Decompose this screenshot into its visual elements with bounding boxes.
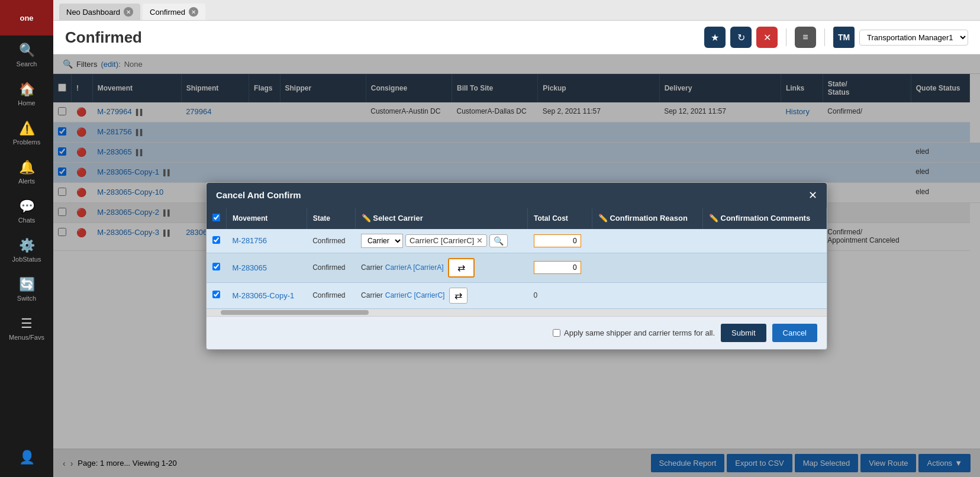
modal-row2-comments <box>702 253 826 282</box>
modal-col-comments: ✏️ Confirmation Comments <box>702 208 826 229</box>
total-cost-input-1[interactable] <box>534 234 581 247</box>
modal-row3-comments <box>702 282 826 308</box>
carrier-group-2: Carrier CarrierA [CarrierA] ⇄ <box>361 258 521 278</box>
scrollbar-thumb[interactable] <box>221 310 369 315</box>
user-avatar: TM <box>833 27 855 48</box>
modal-overlay: Cancel And Confirm ✕ Movement State <box>53 54 980 477</box>
close-button[interactable]: ✕ <box>756 27 778 48</box>
modal-row1-reason <box>592 229 702 253</box>
apply-same-text: Apply same shipper and carrier terms for… <box>564 328 715 337</box>
sidebar-label-home: Home <box>18 99 35 107</box>
sidebar-label-search: Search <box>17 60 37 67</box>
carrier-group-3: Carrier CarrierC [CarrierC] ⇄ <box>361 288 521 304</box>
carrier-text-2: Carrier <box>361 263 383 272</box>
modal-row2-checkbox[interactable] <box>207 253 227 282</box>
modal-row3-cost: 0 <box>528 282 592 308</box>
header-actions: ★ ↻ ✕ ≡ TM Transportation Manager1 <box>704 27 968 48</box>
bell-icon: 🔔 <box>19 160 35 175</box>
carrier-tag-label-1: CarrierC [CarrierC] <box>410 236 474 245</box>
modal-body: Movement State ✏️ Select Carrier Total C… <box>207 208 827 316</box>
apply-same-checkbox[interactable] <box>553 329 560 337</box>
modal-row-2: M-283065 Confirmed Carrier CarrierA [Car… <box>207 253 827 282</box>
modal-row-3: M-283065-Copy-1 Confirmed Carrier Carrie… <box>207 282 827 308</box>
modal-col-totalcost: Total Cost <box>528 208 592 229</box>
modal-row2-carrier[interactable]: Carrier CarrierA [CarrierA] ⇄ <box>355 253 527 282</box>
tab-confirmed[interactable]: Confirmed ✕ <box>143 4 205 20</box>
carrier-link-3[interactable]: CarrierC [CarrierC] <box>385 291 445 299</box>
modal-col-reason: ✏️ Confirmation Reason <box>592 208 702 229</box>
modal-table: Movement State ✏️ Select Carrier Total C… <box>207 208 827 309</box>
carrier-link-2[interactable]: CarrierA [CarrierA] <box>385 263 444 272</box>
star-button[interactable]: ★ <box>704 27 726 48</box>
tab-bar: Neo Dashboard ✕ Confirmed ✕ <box>53 0 980 21</box>
modal-footer: Apply same shipper and carrier terms for… <box>207 316 827 349</box>
modal-row3-movement[interactable]: M-283065-Copy-1 <box>227 282 307 308</box>
carrier-tag-remove-1[interactable]: ✕ <box>476 236 483 245</box>
tab-neo-dashboard-close[interactable]: ✕ <box>124 7 133 17</box>
warning-icon: ⚠️ <box>19 121 35 136</box>
content-area: 🔍 Filters (edit): None ! Movement Shipme… <box>53 54 980 477</box>
carrier-type-select-1[interactable]: Carrier <box>361 234 403 248</box>
modal-row1-comments <box>702 229 826 253</box>
menu-button[interactable]: ≡ <box>795 27 816 48</box>
modal-row2-movement[interactable]: M-283065 <box>227 253 307 282</box>
modal-row3-carrier[interactable]: Carrier CarrierC [CarrierC] ⇄ <box>355 282 527 308</box>
modal-row2-cost[interactable] <box>528 253 592 282</box>
tab-neo-dashboard[interactable]: Neo Dashboard ✕ <box>59 4 140 20</box>
sidebar-label-jobstatus: JobStatus <box>12 256 41 263</box>
modal-close-button[interactable]: ✕ <box>808 189 817 202</box>
sidebar-item-jobstatus[interactable]: ⚙️ JobStatus <box>0 231 53 270</box>
sidebar-item-switch[interactable]: 🔄 Switch <box>0 270 53 309</box>
tab-neo-dashboard-label: Neo Dashboard <box>66 8 120 17</box>
modal-scrollbar[interactable] <box>207 309 827 316</box>
refresh-button[interactable]: ↻ <box>730 27 752 48</box>
sidebar-item-user[interactable]: 👤 <box>0 443 53 477</box>
modal-row2-reason <box>592 253 702 282</box>
tab-confirmed-close[interactable]: ✕ <box>189 7 198 17</box>
sidebar-item-alerts[interactable]: 🔔 Alerts <box>0 153 53 192</box>
modal-header-row: Movement State ✏️ Select Carrier Total C… <box>207 208 827 229</box>
carrier-search-btn-1[interactable]: 🔍 <box>489 234 508 247</box>
modal-row-1: M-281756 Confirmed Carrier <box>207 229 827 253</box>
switch-icon: 🔄 <box>19 277 35 292</box>
modal-col-checkbox[interactable] <box>207 208 227 229</box>
header-separator <box>786 28 786 46</box>
sidebar-label-alerts: Alerts <box>18 178 35 185</box>
user-icon: 👤 <box>19 450 35 465</box>
modal-row1-cost[interactable] <box>528 229 592 253</box>
main-content: Neo Dashboard ✕ Confirmed ✕ Confirmed ★ … <box>53 0 980 477</box>
sidebar-label-switch: Switch <box>17 295 36 302</box>
sidebar-item-problems[interactable]: ⚠️ Problems <box>0 114 53 153</box>
modal-row3-state: Confirmed <box>307 282 355 308</box>
sidebar-item-menus[interactable]: ☰ Menus/Favs <box>0 309 53 348</box>
modal-col-movement: Movement <box>227 208 307 229</box>
modal-row1-movement[interactable]: M-281756 <box>227 229 307 253</box>
page-title: Confirmed <box>65 28 142 47</box>
modal-row1-checkbox[interactable] <box>207 229 227 253</box>
modal-col-carrier: ✏️ Select Carrier <box>355 208 527 229</box>
chat-icon: 💬 <box>19 199 35 214</box>
share-btn-3[interactable]: ⇄ <box>449 288 468 304</box>
cancel-and-confirm-modal: Cancel And Confirm ✕ Movement State <box>206 182 827 350</box>
sidebar-item-chats[interactable]: 💬 Chats <box>0 192 53 231</box>
carrier-text-3: Carrier <box>361 291 383 299</box>
modal-cancel-button[interactable]: Cancel <box>772 324 817 342</box>
modal-col-state: State <box>307 208 355 229</box>
menu-icon: ☰ <box>21 316 33 331</box>
modal-header: Cancel And Confirm ✕ <box>207 183 827 208</box>
page-header: Confirmed ★ ↻ ✕ ≡ TM Transportation Mana… <box>53 21 980 54</box>
carrier-group-1: Carrier CarrierC [CarrierC] ✕ 🔍 <box>361 234 521 248</box>
apply-same-label[interactable]: Apply same shipper and carrier terms for… <box>553 328 715 337</box>
header-separator-2 <box>824 28 825 46</box>
modal-row1-carrier[interactable]: Carrier CarrierC [CarrierC] ✕ 🔍 <box>355 229 527 253</box>
submit-button[interactable]: Submit <box>721 324 766 342</box>
share-btn-2[interactable]: ⇄ <box>453 260 470 275</box>
sidebar-item-home[interactable]: 🏠 Home <box>0 75 53 114</box>
total-cost-input-2[interactable] <box>534 261 581 274</box>
modal-row3-checkbox[interactable] <box>207 282 227 308</box>
user-select[interactable]: Transportation Manager1 <box>859 30 968 46</box>
modal-title: Cancel And Confirm <box>216 190 301 200</box>
app-logo: one <box>0 0 53 36</box>
modal-select-all[interactable] <box>212 214 220 221</box>
sidebar-item-search[interactable]: 🔍 Search <box>0 36 53 75</box>
